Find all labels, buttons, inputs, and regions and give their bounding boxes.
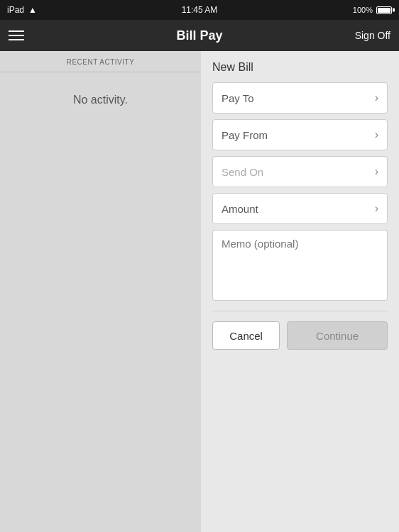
amount-label: Amount (222, 203, 258, 215)
pay-to-label: Pay To (222, 92, 254, 104)
no-activity-text: No activity. (73, 94, 128, 106)
pay-to-field[interactable]: Pay To › (212, 82, 388, 113)
section-title: New Bill (212, 61, 388, 74)
sign-off-button[interactable]: Sign Off (355, 30, 390, 41)
menu-line-1 (9, 31, 24, 32)
right-panel: New Bill Pay To › Pay From › Send On › A… (201, 51, 399, 532)
amount-chevron-icon: › (375, 202, 378, 215)
carrier-label: iPad (7, 5, 24, 15)
send-on-chevron-icon: › (375, 165, 378, 178)
action-divider (212, 311, 388, 311)
amount-field[interactable]: Amount › (212, 193, 388, 224)
cancel-button[interactable]: Cancel (212, 321, 280, 350)
status-bar: iPad ▲ 11:45 AM 100% (0, 0, 399, 20)
send-on-field[interactable]: Send On › (212, 156, 388, 187)
recent-activity-header: RECENT ACTIVITY (0, 51, 201, 72)
battery-label: 100% (353, 6, 373, 14)
pay-from-field[interactable]: Pay From › (212, 119, 388, 150)
wifi-icon: ▲ (28, 5, 37, 15)
nav-bar: Bill Pay Sign Off (0, 20, 399, 51)
status-left: iPad ▲ (7, 5, 37, 15)
battery-fill (378, 8, 390, 13)
pay-to-chevron-icon: › (375, 92, 378, 104)
pay-from-chevron-icon: › (375, 128, 378, 141)
menu-button[interactable] (9, 31, 24, 40)
memo-input[interactable] (212, 230, 388, 301)
main-layout: RECENT ACTIVITY No activity. New Bill Pa… (0, 51, 399, 532)
no-activity-area: No activity. (0, 72, 201, 532)
status-right: 100% (353, 6, 392, 14)
action-buttons: Cancel Continue (212, 321, 388, 350)
status-time: 11:45 AM (182, 5, 218, 15)
menu-line-2 (9, 35, 24, 36)
send-on-label: Send On (222, 166, 263, 178)
continue-button[interactable]: Continue (287, 321, 388, 350)
menu-line-3 (9, 39, 24, 40)
left-panel: RECENT ACTIVITY No activity. (0, 51, 201, 532)
battery-icon (376, 6, 392, 14)
page-title: Bill Pay (176, 28, 222, 43)
pay-from-label: Pay From (222, 129, 268, 141)
